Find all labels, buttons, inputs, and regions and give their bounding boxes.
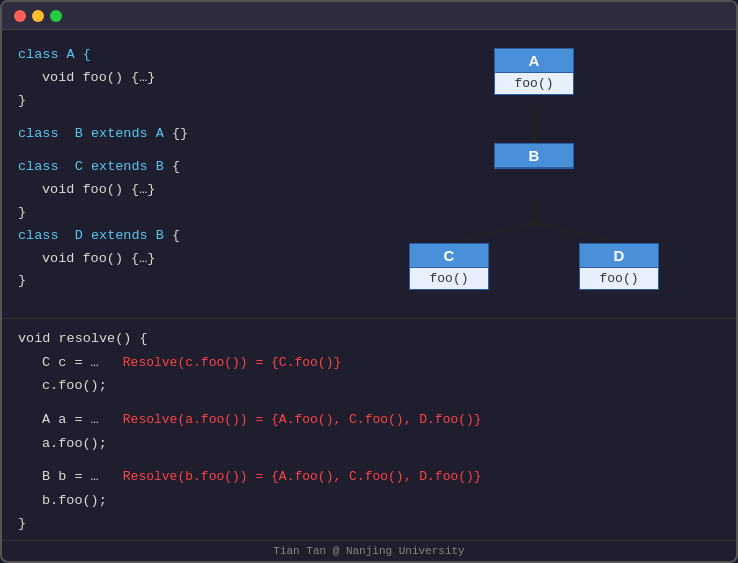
minimize-dot[interactable] (32, 10, 44, 22)
uml-class-a-name: A (495, 49, 573, 73)
class-d-header: class D extends B { (18, 225, 326, 248)
maximize-dot[interactable] (50, 10, 62, 22)
resolve-b-code: B b = … b.foo(); (18, 465, 107, 512)
svg-point-4 (530, 219, 538, 227)
resolve-c-row: C c = … c.foo(); Resolve(c.foo()) = {C.f… (18, 351, 720, 398)
resolve-a-row: A a = … a.foo(); Resolve(a.foo()) = {A.f… (18, 408, 720, 455)
uml-class-d-name: D (580, 244, 658, 268)
uml-class-c-method: foo() (410, 268, 488, 289)
class-d-close: } (18, 270, 326, 293)
content-area: class A { void foo() {…} } class B exten… (2, 30, 736, 318)
uml-class-c: C foo() (409, 243, 489, 290)
class-c-close: } (18, 202, 326, 225)
class-d-method: void foo() {…} (18, 248, 326, 271)
title-bar (2, 2, 736, 30)
svg-line-3 (449, 223, 534, 243)
resolve-header: void resolve() { (18, 327, 720, 351)
uml-class-c-name: C (410, 244, 488, 268)
uml-class-b: B (494, 143, 574, 169)
footer-text: Tian Tan @ Nanjing University (273, 545, 464, 557)
class-a-method: void foo() {…} (18, 67, 326, 90)
resolve-b-row: B b = … b.foo(); Resolve(b.foo()) = {A.f… (18, 465, 720, 512)
uml-class-d: D foo() (579, 243, 659, 290)
resolve-a-result: Resolve(a.foo()) = {A.foo(), C.foo(), D.… (123, 409, 482, 432)
uml-class-b-name: B (495, 144, 573, 168)
footer: Tian Tan @ Nanjing University (2, 540, 736, 561)
resolve-a-code: A a = … a.foo(); (18, 408, 107, 455)
uml-panel: A foo() B C foo() D foo() (342, 30, 736, 318)
close-dot[interactable] (14, 10, 26, 22)
resolve-section: void resolve() { C c = … c.foo(); Resolv… (2, 318, 736, 540)
class-a-header: class A { (18, 44, 326, 67)
uml-class-a-method: foo() (495, 73, 573, 94)
class-c-header: class C extends B { (18, 156, 326, 179)
uml-class-d-method: foo() (580, 268, 658, 289)
resolve-c-code: C c = … c.foo(); (18, 351, 107, 398)
main-window: class A { void foo() {…} } class B exten… (0, 0, 738, 563)
svg-line-5 (534, 223, 619, 243)
code-panel: class A { void foo() {…} } class B exten… (2, 30, 342, 318)
uml-class-a: A foo() (494, 48, 574, 95)
resolve-close: } (18, 512, 720, 536)
class-b-header: class B extends A {} (18, 123, 326, 146)
resolve-c-result: Resolve(c.foo()) = {C.foo()} (123, 352, 341, 375)
resolve-b-result: Resolve(b.foo()) = {A.foo(), C.foo(), D.… (123, 466, 482, 489)
uml-diagram: A foo() B C foo() D foo() (379, 48, 699, 308)
class-a-close: } (18, 90, 326, 113)
class-c-method: void foo() {…} (18, 179, 326, 202)
